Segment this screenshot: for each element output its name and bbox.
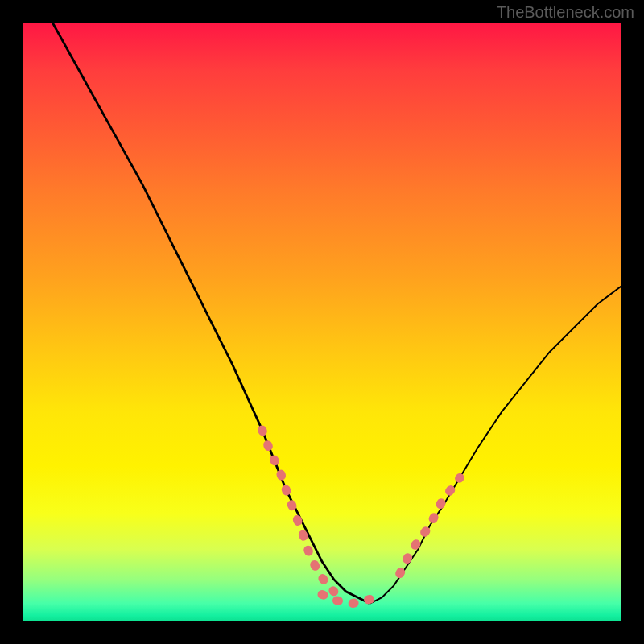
left-curve	[52, 23, 369, 604]
chart-svg	[23, 23, 621, 621]
curve-layer	[52, 23, 621, 604]
watermark-text: TheBottleneck.com	[497, 3, 634, 22]
dots-layer	[262, 430, 460, 604]
valley-dots-bottom	[322, 595, 382, 604]
chart-area	[23, 23, 621, 621]
